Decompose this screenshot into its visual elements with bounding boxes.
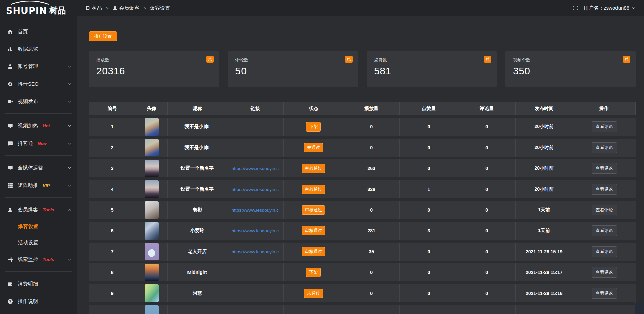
video-link[interactable]: https://www.iesdouyin.c [232,166,279,171]
row-number: 1 [89,118,136,136]
chevron-up-icon [67,208,72,212]
sidebar-item-clue-monitor[interactable]: 线索监控Tools [0,251,77,268]
row-number: 6 [89,222,136,240]
view-comments-button[interactable]: 查看评论 [592,121,617,132]
sidebar-item-operation-guide[interactable]: ?操作说明 [0,293,77,310]
total-badge: 总 [206,56,214,63]
sidebar-divider [5,271,72,272]
sidebar-item-home[interactable]: 首页 [0,23,77,40]
row-number: 2 [89,139,136,157]
video-link[interactable]: https://www.iesdouyin.c [232,208,279,213]
sidebar-item-douke-tong[interactable]: 抖客通New [0,135,77,152]
chevron-down-icon [67,257,72,262]
avatar [145,284,159,302]
view-comments-button[interactable]: 查看评论 [592,225,617,236]
status-cell: 未通过 [284,284,343,302]
sidebar-item-activity-settings[interactable]: 活动设置 [0,234,77,251]
breadcrumb: 树品>会员爆客>爆客设置 [85,5,170,11]
sidebar-item-label: 账号管理 [18,63,38,70]
status-badge[interactable]: 审核通过 [302,164,325,173]
status-badge[interactable]: 未通过 [304,143,323,152]
publish-time: 1天前 [516,222,573,240]
link-cell [227,118,284,136]
link-cell [227,139,284,157]
view-comments-button[interactable]: 查看评论 [592,267,617,278]
avatar-cell [136,222,168,240]
view-comments-button[interactable]: 查看评论 [592,205,617,215]
sidebar-item-member-baoke[interactable]: 会员爆客Tools [0,201,77,218]
video-link[interactable]: https://www.iesdouyin.c [232,228,279,233]
status-badge[interactable]: 审核通过 [302,205,325,215]
sidebar-item-matrix-boost[interactable]: 矩阵助推VIP [0,176,77,194]
plays-count: 0 [343,118,400,136]
sidebar-item-video-heat[interactable]: 视频加热Hot [0,117,77,135]
status-badge[interactable]: 审核通过 [302,185,325,194]
promotion-settings-button[interactable]: 推广设置 [89,31,117,41]
total-badge: 总 [345,56,353,63]
action-cell: 查看评论 [573,243,636,261]
breadcrumb-item-shupin[interactable]: 树品 [85,5,102,11]
column-header: 点赞量 [400,102,458,115]
comments-count: 0 [458,222,516,240]
chevron-down-icon [67,64,72,69]
logo: SHUPIN 树品 [0,0,77,21]
table-row: 9阿慧未通过0002021-11-28 15:16查看评论 [89,284,636,302]
user-menu[interactable]: 用户名：zswodun88 [584,5,635,11]
sidebar-item-baoke-settings[interactable]: 爆客设置 [0,218,77,234]
stat-label: 点赞数 [374,57,489,63]
user-icon [7,64,13,69]
link-cell: https://www.iesdouyin.c [227,243,284,261]
avatar [145,160,159,177]
view-comments-button[interactable]: 查看评论 [592,184,617,195]
status-badge[interactable]: 下架 [306,268,321,277]
likes-count: 0 [400,118,458,136]
status-badge[interactable]: 下架 [306,122,321,132]
sidebar-item-label: 首页 [18,29,28,35]
sidebar-item-douyin-seo[interactable]: 抖音SEO [0,75,77,93]
video-link[interactable]: https://www.iesdouyin.c [232,187,279,192]
status-badge[interactable]: 审核通过 [302,247,325,256]
chevron-down-icon [67,124,72,128]
sidebar-item-label: 全媒体运营 [18,165,43,171]
chevron-down-icon [67,183,72,188]
link-cell: https://www.iesdouyin.c [227,180,284,198]
floating-widget[interactable] [635,302,644,314]
nickname: 我不是小帅! [168,118,227,136]
sidebar: SHUPIN 树品 首页数据总览账号管理抖音SEO视频发布视频加热Hot抖客通N… [0,0,77,314]
stat-label: 视频个数 [513,57,628,63]
fullscreen-icon[interactable] [573,5,578,11]
status-badge[interactable]: 审核通过 [302,226,325,235]
breadcrumb-item-member-baoke[interactable]: 会员爆客 [113,5,140,11]
sidebar-item-consumption-detail[interactable]: 消费明细 [0,275,77,293]
video-camera-icon [7,99,13,104]
logo-text-en: SHUPIN [6,5,47,16]
plays-count: 35 [343,243,400,261]
sidebar-item-account-management[interactable]: 账号管理 [0,58,77,75]
sidebar-item-tag: Tools [43,257,54,262]
display-icon [7,165,13,171]
nickname: 我不是小帅! [168,139,227,157]
sidebar-item-tag: Tools [43,207,54,212]
action-cell [573,305,636,314]
view-comments-button[interactable]: 查看评论 [592,142,617,153]
sidebar-item-data-overview[interactable]: 数据总览 [0,40,77,58]
user-icon [7,207,13,213]
row-number: 4 [89,180,136,198]
likes-count: 3 [400,222,458,240]
status-cell: 审核通过 [284,201,343,219]
table-row: 2我不是小帅!未通过00020小时前查看评论 [89,139,636,157]
breadcrumb-item-baoke-settings[interactable]: 爆客设置 [150,5,170,11]
view-comments-button[interactable]: 查看评论 [592,246,617,257]
plays-count: 328 [343,180,400,198]
link-cell: https://www.iesdouyin.c [227,159,284,177]
stat-cards: 播放数20316总评论数50总点赞数581总视频个数350总 [89,51,636,87]
wallet-icon [7,281,13,287]
video-link[interactable]: https://www.iesdouyin.c [232,249,279,254]
view-comments-button[interactable]: 查看评论 [592,163,617,174]
row-number: 9 [89,284,136,302]
view-comments-button[interactable]: 查看评论 [592,288,617,299]
sidebar-item-video-publish[interactable]: 视频发布 [0,93,77,110]
sidebar-item-tag: Hot [43,123,50,128]
status-badge[interactable]: 未通过 [304,289,323,298]
sidebar-item-all-media-operation[interactable]: 全媒体运营 [0,159,77,176]
